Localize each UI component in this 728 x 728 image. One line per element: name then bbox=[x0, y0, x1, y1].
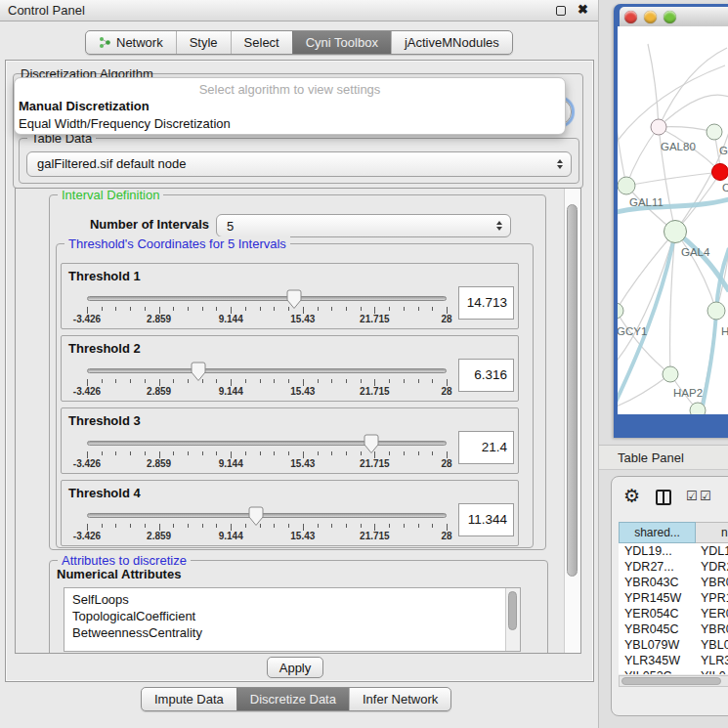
tab-impute-data[interactable]: Impute Data bbox=[142, 688, 236, 710]
threshold-label: Threshold 4 bbox=[68, 486, 141, 500]
threshold-value-field[interactable]: 11.344 bbox=[458, 503, 514, 536]
tab-select[interactable]: Select bbox=[231, 31, 292, 54]
network-node[interactable] bbox=[690, 403, 706, 414]
table-cell-name: YDR2 bbox=[696, 559, 728, 575]
table-scrollbar-thumb[interactable] bbox=[621, 677, 721, 685]
tick-mark bbox=[102, 379, 103, 383]
apply-button[interactable]: Apply bbox=[267, 657, 323, 678]
network-canvas[interactable]: GAL80GACGAL11GAL4GCY1HHAP2 bbox=[618, 26, 728, 414]
network-edge bbox=[659, 95, 728, 127]
table-data-combobox[interactable]: galFiltered.sif default node bbox=[26, 151, 572, 177]
slider-handle[interactable] bbox=[191, 362, 206, 386]
table-rows: YDL19...YDL1YDR27...YDR2YBR043CYBR0YPR14… bbox=[619, 543, 728, 674]
threshold-coordinates-group: Threshold's Coordinates for 5 Intervals … bbox=[56, 243, 534, 548]
network-node[interactable] bbox=[707, 124, 722, 140]
checkbox-icon[interactable]: ☑ bbox=[686, 489, 698, 503]
tick-label: -3.426 bbox=[58, 314, 116, 324]
list-scrollbar-thumb[interactable] bbox=[508, 591, 517, 630]
tick-mark bbox=[447, 307, 448, 314]
tick-mark bbox=[102, 524, 103, 528]
tick-mark bbox=[331, 451, 332, 455]
attribute-list-item[interactable]: TopologicalCoefficient bbox=[64, 608, 520, 624]
algorithm-option-manual[interactable]: Manual Discretization bbox=[15, 97, 565, 114]
table-cell-shared-name: YPR145W bbox=[619, 590, 696, 606]
table-row[interactable]: YBR043CYBR0 bbox=[619, 575, 728, 590]
attribute-list-item[interactable]: SelfLoops bbox=[64, 591, 520, 608]
combo-stepper-icon bbox=[496, 221, 502, 231]
tick-mark bbox=[216, 524, 217, 528]
close-icon[interactable]: ✖ bbox=[578, 2, 588, 17]
tick-mark bbox=[374, 524, 375, 531]
tab-jactivemnodules[interactable]: jActiveMNodules bbox=[391, 31, 512, 54]
slider-handle[interactable] bbox=[364, 434, 379, 458]
table-row[interactable]: YBL079WYBL0 bbox=[619, 637, 728, 653]
numerical-attributes-list[interactable]: SelfLoopsTopologicalCoefficientBetweenne… bbox=[64, 587, 521, 652]
tick-mark bbox=[188, 524, 189, 528]
network-node[interactable] bbox=[618, 303, 623, 319]
window-title: Control Panel bbox=[8, 3, 85, 18]
table-cell-shared-name: YBL079W bbox=[619, 637, 696, 653]
network-node[interactable] bbox=[663, 366, 678, 382]
tick-mark bbox=[245, 451, 246, 455]
tick-mark bbox=[245, 379, 246, 383]
tab-discretize-data[interactable]: Discretize Data bbox=[236, 688, 349, 710]
column-layout-icon[interactable] bbox=[656, 490, 671, 505]
tick-mark bbox=[188, 307, 189, 311]
table-row[interactable]: YIL052CYIL0 bbox=[619, 668, 728, 674]
list-scrollbar[interactable] bbox=[505, 588, 520, 651]
minimize-traffic-light[interactable] bbox=[644, 11, 657, 23]
settings-scrollbar[interactable] bbox=[564, 189, 580, 653]
tab-cyni-toolbox[interactable]: Cyni Toolbox bbox=[292, 31, 391, 54]
tick-mark bbox=[260, 379, 261, 383]
network-edge bbox=[618, 109, 626, 186]
table-row[interactable]: YDR27...YDR2 bbox=[619, 559, 728, 575]
tab-label: Style bbox=[190, 35, 218, 50]
column-header-name[interactable]: n bbox=[696, 522, 728, 543]
zoom-traffic-light[interactable] bbox=[664, 11, 676, 23]
threshold-value-field[interactable]: 21.4 bbox=[458, 431, 514, 464]
tab-network[interactable]: Network bbox=[86, 31, 176, 54]
network-node[interactable] bbox=[712, 164, 728, 181]
network-edge-thick bbox=[716, 248, 728, 311]
slider-track[interactable] bbox=[87, 368, 447, 373]
tick-label: 21.715 bbox=[345, 314, 404, 324]
close-traffic-light[interactable] bbox=[624, 11, 637, 23]
tick-mark bbox=[418, 379, 419, 383]
tick-mark bbox=[418, 524, 419, 528]
table-cell-name: YBL0 bbox=[696, 637, 728, 653]
tick-mark bbox=[115, 524, 116, 528]
network-edge bbox=[648, 44, 659, 127]
slider-handle[interactable] bbox=[286, 289, 302, 314]
slider-track[interactable] bbox=[87, 513, 447, 518]
network-node[interactable] bbox=[707, 302, 725, 320]
attribute-list-item[interactable]: BetweennessCentrality bbox=[64, 624, 520, 641]
table-horizontal-scrollbar[interactable] bbox=[619, 675, 728, 687]
number-of-intervals-combobox[interactable]: 5 bbox=[216, 214, 511, 237]
gear-icon[interactable]: ⚙ bbox=[623, 485, 640, 507]
slider-track[interactable] bbox=[87, 441, 447, 446]
tick-mark bbox=[447, 524, 448, 531]
slider-handle[interactable] bbox=[248, 506, 264, 531]
table-row[interactable]: YBR045CYBR0 bbox=[619, 621, 728, 637]
table-row[interactable]: YDL19...YDL1 bbox=[619, 543, 728, 559]
slider-track[interactable] bbox=[87, 296, 447, 301]
number-of-intervals-value: 5 bbox=[227, 219, 234, 234]
network-node[interactable] bbox=[664, 221, 687, 243]
tab-style[interactable]: Style bbox=[176, 31, 231, 54]
threshold-value-field[interactable]: 6.316 bbox=[458, 359, 514, 392]
checkbox-icon[interactable]: ☑ bbox=[700, 489, 711, 503]
threshold-label: Threshold 3 bbox=[68, 413, 141, 428]
table-row[interactable]: YPR145WYPR1 bbox=[619, 590, 728, 606]
table-row[interactable]: YLR345WYLR3 bbox=[619, 653, 728, 668]
table-row[interactable]: YER054CYER0 bbox=[619, 606, 728, 621]
threshold-value-field[interactable]: 14.713 bbox=[458, 286, 514, 320]
network-node[interactable] bbox=[618, 177, 635, 194]
settings-scrollbar-thumb[interactable] bbox=[567, 204, 578, 577]
column-header-shared-name[interactable]: shared... bbox=[619, 522, 696, 543]
tick-mark bbox=[115, 379, 116, 383]
tick-mark bbox=[274, 524, 275, 528]
tab-infer-network[interactable]: Infer Network bbox=[349, 688, 450, 710]
float-icon[interactable] bbox=[556, 6, 566, 16]
algorithm-option-equal-width[interactable]: Equal Width/Frequency Discretization bbox=[15, 114, 565, 132]
network-node[interactable] bbox=[651, 119, 666, 135]
